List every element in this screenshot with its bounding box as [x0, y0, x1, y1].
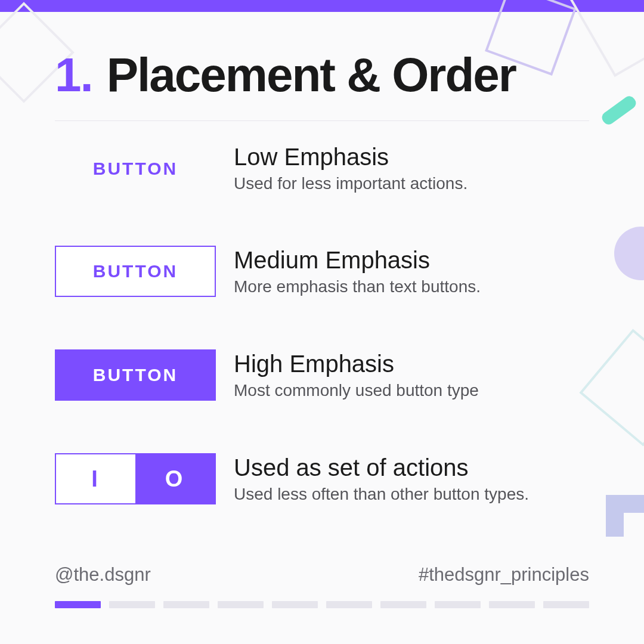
row-subtitle: Used for less important actions.: [234, 174, 589, 193]
footer-handle: @the.dsgnr: [55, 564, 151, 586]
pager-segment[interactable]: [109, 601, 155, 608]
carousel-pager: [55, 601, 589, 608]
toggle-button-example[interactable]: I O: [55, 453, 216, 504]
pager-segment[interactable]: [163, 601, 209, 608]
row-subtitle: More emphasis than text buttons.: [234, 277, 589, 296]
pager-segment[interactable]: [543, 601, 589, 608]
text-button-example[interactable]: BUTTON: [93, 159, 178, 179]
example-row-toggle: I O Used as set of actions Used less oft…: [55, 453, 589, 504]
row-title: Low Emphasis: [234, 144, 589, 171]
outline-button-example[interactable]: BUTTON: [55, 246, 216, 297]
toggle-option-on[interactable]: I: [56, 454, 135, 503]
row-title: Medium Emphasis: [234, 247, 589, 274]
pager-segment[interactable]: [326, 601, 372, 608]
row-subtitle: Most commonly used button type: [234, 381, 589, 400]
heading-title: Placement & Order: [107, 48, 516, 103]
pager-segment[interactable]: [380, 601, 426, 608]
pager-segment[interactable]: [489, 601, 535, 608]
page-heading: 1. Placement & Order: [55, 48, 589, 121]
footer-hashtag: #thedsgnr_principles: [419, 564, 589, 586]
pager-segment[interactable]: [55, 601, 101, 608]
pager-segment[interactable]: [435, 601, 481, 608]
row-title: High Emphasis: [234, 351, 589, 377]
filled-button-example[interactable]: BUTTON: [55, 349, 216, 401]
pager-segment[interactable]: [218, 601, 264, 608]
top-accent-bar: [0, 0, 644, 12]
example-row-low-emphasis: BUTTON Low Emphasis Used for less import…: [55, 144, 589, 193]
heading-number: 1.: [55, 48, 92, 103]
pager-segment[interactable]: [272, 601, 318, 608]
example-row-medium-emphasis: BUTTON Medium Emphasis More emphasis tha…: [55, 246, 589, 297]
row-title: Used as set of actions: [234, 454, 589, 481]
example-row-high-emphasis: BUTTON High Emphasis Most commonly used …: [55, 349, 589, 401]
toggle-option-off[interactable]: O: [135, 454, 215, 503]
row-subtitle: Used less often than other button types.: [234, 485, 589, 504]
